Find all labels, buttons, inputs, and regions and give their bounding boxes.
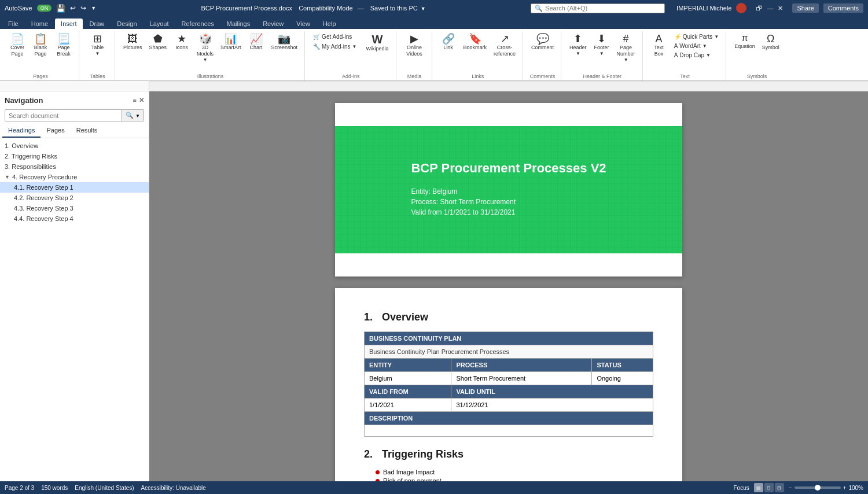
header-button[interactable]: ⬆ Header ▼	[567, 32, 589, 57]
close-icon[interactable]: ✕	[778, 5, 783, 12]
nav-search-button[interactable]: 🔍 ▼	[122, 110, 144, 121]
blank-page-button[interactable]: 📋 BlankPage	[30, 32, 51, 58]
title-bar: AutoSave ON 💾 ↩ ↪ ▼ BCP Procurement Proc…	[0, 0, 868, 16]
save-icon[interactable]: 💾	[56, 4, 65, 13]
page-break-icon: 📃	[57, 34, 70, 44]
nav-tab-results[interactable]: Results	[71, 124, 104, 138]
status-bar: Page 2 of 3 150 words English (United St…	[0, 481, 868, 494]
focus-label[interactable]: Focus	[734, 485, 749, 491]
textbox-button[interactable]: A TextBox	[649, 32, 670, 58]
cover-page-icon: 📄	[11, 34, 24, 44]
header-icon: ⬆	[573, 34, 582, 44]
get-addins-icon: 🛒	[313, 34, 320, 40]
smartart-button[interactable]: 📊 SmartArt	[218, 32, 244, 51]
saved-state: Saved to this PC	[370, 5, 418, 12]
ribbon-group-text: A TextBox ⚡ Quick Parts ▼ A WordArt ▼ A …	[644, 31, 727, 80]
table-button[interactable]: ⊞ Table ▼	[87, 32, 108, 57]
comment-button[interactable]: 💬 Comment	[529, 32, 556, 51]
tab-help[interactable]: Help	[317, 19, 342, 29]
ribbon-group-tables: ⊞ Table ▼ Tables	[80, 31, 115, 80]
nav-item-recovery-step-3[interactable]: 4.3. Recovery Step 3	[0, 203, 149, 213]
equation-button[interactable]: π Equation	[732, 32, 757, 50]
nav-item-recovery-step-1[interactable]: 4.1. Recovery Step 1	[0, 182, 149, 193]
accessibility-status[interactable]: Accessibility: Unavailable	[141, 485, 206, 491]
bookmark-button[interactable]: 🔖 Bookmark	[461, 32, 490, 51]
quick-parts-button[interactable]: ⚡ Quick Parts ▼	[672, 32, 722, 41]
user-avatar	[736, 3, 746, 13]
tab-file[interactable]: File	[2, 19, 24, 29]
nav-tab-headings[interactable]: Headings	[2, 124, 41, 138]
tab-references[interactable]: References	[176, 19, 220, 29]
bullet-dot-2	[376, 479, 380, 481]
nav-item-recovery-step-4[interactable]: 4.4. Recovery Step 4	[0, 213, 149, 224]
quick-access-more[interactable]: ▼	[91, 5, 96, 11]
risk-item-1: Bad Image Impact	[376, 469, 653, 475]
3d-models-button[interactable]: 🎲 3DModels ▼	[194, 32, 216, 64]
pictures-button[interactable]: 🖼 Pictures	[121, 32, 145, 51]
online-videos-button[interactable]: ▶ OnlineVideos	[404, 32, 425, 58]
nav-tab-pages[interactable]: Pages	[41, 124, 70, 138]
wikipedia-button[interactable]: W Wikipedia	[364, 32, 391, 53]
nav-close-button[interactable]: ✕	[139, 97, 144, 104]
icons-button[interactable]: ★ Icons	[171, 32, 192, 51]
nav-options-button[interactable]: ≡	[133, 97, 137, 104]
get-addins-button[interactable]: 🛒 Get Add-ins	[311, 32, 359, 41]
tab-review[interactable]: Review	[257, 19, 289, 29]
comments-items: 💬 Comment	[529, 32, 556, 72]
link-button[interactable]: 🔗 Link	[438, 32, 459, 51]
status-left: Page 2 of 3 150 words English (United St…	[5, 485, 206, 491]
page-break-button[interactable]: 📃 PageBreak	[53, 32, 74, 58]
redo-icon[interactable]: ↪	[80, 4, 86, 12]
cover-page-button[interactable]: 📄 CoverPage	[7, 32, 28, 58]
tab-draw[interactable]: Draw	[84, 19, 111, 29]
nav-item-responsibilities[interactable]: 3. Responsibilities	[0, 161, 149, 172]
search-input[interactable]	[545, 5, 661, 12]
bcp-main-header: BUSINESS CONTINUITY PLAN	[365, 332, 653, 345]
wordart-button[interactable]: A WordArt ▼	[672, 42, 722, 50]
risk-label-1: Bad Image Impact	[383, 469, 435, 475]
nav-item-recovery-procedure[interactable]: ▼ 4. Recovery Procedure	[0, 172, 149, 182]
pictures-icon: 🖼	[127, 34, 138, 44]
autosave-toggle[interactable]: ON	[37, 5, 52, 12]
tab-layout[interactable]: Layout	[144, 19, 175, 29]
document-area[interactable]: BCP Procurement Processes V2 Entity: Bel…	[149, 91, 868, 481]
nav-item-overview[interactable]: 1. Overview	[0, 141, 149, 151]
print-layout-btn[interactable]: ▤	[754, 483, 763, 492]
zoom-in-btn[interactable]: +	[843, 485, 847, 491]
title-bar-left: AutoSave ON 💾 ↩ ↪ ▼	[5, 4, 96, 13]
nav-item-triggering-risks[interactable]: 2. Triggering Risks	[0, 151, 149, 161]
cross-reference-button[interactable]: ↗ Cross-reference	[491, 32, 518, 58]
ruler	[149, 81, 868, 91]
tab-insert[interactable]: Insert	[55, 19, 83, 29]
reader-view-btn[interactable]: ⊟	[775, 483, 784, 492]
shapes-button[interactable]: ⬟ Shapes	[147, 32, 170, 51]
tab-design[interactable]: Design	[111, 19, 142, 29]
minimize-icon[interactable]: —	[767, 5, 773, 12]
symbol-button[interactable]: Ω Symbol	[760, 32, 782, 51]
screenshot-button[interactable]: 📷 Screenshot	[269, 32, 300, 51]
nav-item-recovery-step-2[interactable]: 4.2. Recovery Step 2	[0, 193, 149, 203]
web-layout-btn[interactable]: ⊡	[764, 483, 774, 492]
undo-icon[interactable]: ↩	[70, 4, 76, 12]
expand-icon: ▼	[5, 174, 10, 180]
nav-search-input[interactable]	[5, 110, 122, 121]
chart-button[interactable]: 📈 Chart	[246, 32, 267, 51]
ribbon-group-addins: 🛒 Get Add-ins 🔧 My Add-ins ▼ W Wikipedia…	[306, 31, 396, 80]
user-name: IMPERIALI Michele	[676, 5, 731, 12]
page-number-button[interactable]: # PageNumber ▼	[615, 32, 638, 64]
ribbon-group-symbols: π Equation Ω Symbol Symbols	[727, 31, 786, 80]
saved-dropdown[interactable]: ▼	[421, 6, 426, 12]
tab-mailings[interactable]: Mailings	[221, 19, 256, 29]
drop-cap-button[interactable]: A Drop Cap ▼	[672, 51, 722, 60]
zoom-out-btn[interactable]: −	[789, 485, 792, 491]
zoom-slider[interactable]	[795, 486, 841, 489]
comments-button[interactable]: Comments	[823, 3, 863, 13]
share-button[interactable]: Share	[792, 3, 818, 13]
nav-search-dropdown[interactable]: ▼	[135, 113, 140, 119]
tab-home[interactable]: Home	[25, 19, 54, 29]
media-label: Media	[407, 73, 422, 79]
footer-button[interactable]: ⬇ Footer ▼	[591, 32, 612, 57]
restore-icon[interactable]: 🗗	[756, 5, 762, 12]
my-addins-button[interactable]: 🔧 My Add-ins ▼	[311, 42, 359, 51]
tab-view[interactable]: View	[290, 19, 316, 29]
